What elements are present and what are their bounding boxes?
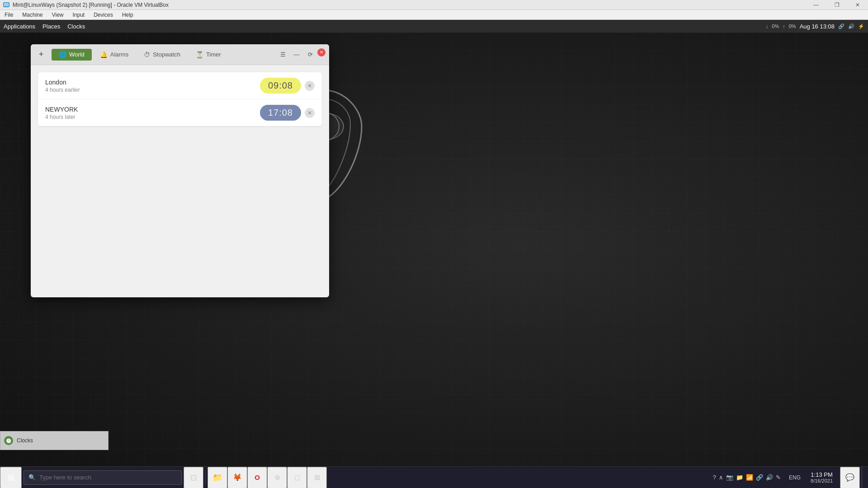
win-taskbar-file-explorer[interactable]: 📁 — [208, 467, 227, 488]
clock-info-london: London 4 hours earlier — [45, 79, 260, 93]
win-taskbar-firefox[interactable]: 🦊 — [227, 467, 247, 488]
vbox-menu-machine[interactable]: Machine — [18, 11, 47, 19]
vbox-menu-help[interactable]: Help — [118, 11, 138, 19]
timer-tab-label: Timer — [206, 51, 221, 58]
world-tab-label: World — [69, 51, 85, 58]
win-wifi-icon[interactable]: 📶 — [746, 474, 753, 481]
win-taskbar-right: ? ∧ 📷 📁 📶 🔗 🔊 ✎ ENG 1:13 PM 8/16/2021 💬 — [709, 467, 868, 488]
clock-item-newyork: NEWYORK 4 hours later 17:08 ✕ — [38, 99, 322, 126]
net-down-value: 0% — [772, 23, 779, 29]
gnome-clocks-menu[interactable]: Clocks — [67, 23, 85, 30]
clock-time-badge-london: 09:08 — [260, 78, 301, 94]
gnome-power-icon: ⚡ — [858, 23, 864, 29]
clocks-tabs: 🌐 World 🔔 Alarms ⏱ Stopwatch ⏳ Timer — [52, 49, 275, 61]
vbox-window-controls: — ❐ ✕ — [806, 0, 868, 10]
win-wifi2-icon[interactable]: 🔗 — [756, 474, 763, 481]
vbox-menu-input[interactable]: Input — [68, 11, 90, 19]
stopwatch-tab-label: Stopwatch — [153, 51, 180, 58]
win-screenshot-icon[interactable]: 📷 — [726, 474, 733, 481]
clock-time-area-london: 09:08 ✕ — [260, 78, 315, 94]
tab-world[interactable]: 🌐 World — [52, 49, 92, 61]
vbox-titlebar: Mint@LinuxWays (Snapshot 2) [Running] - … — [0, 0, 868, 10]
win-search-input[interactable] — [39, 474, 177, 481]
win-start-icon: ⊞ — [8, 473, 14, 483]
headerbar-restore-btn[interactable]: ⟳ — [304, 48, 316, 61]
headerbar-controls: ☰ — ⟳ ✕ — [277, 48, 326, 61]
clock-remove-london[interactable]: ✕ — [305, 81, 315, 91]
clocks-window: + 🌐 World 🔔 Alarms ⏱ Stopwatch ⏳ Timer — [31, 44, 329, 297]
tab-timer[interactable]: ⏳ Timer — [189, 49, 228, 61]
vbox-minimize-btn[interactable]: — — [806, 0, 826, 10]
vbox-title-left: Mint@LinuxWays (Snapshot 2) [Running] - … — [0, 1, 169, 9]
stopwatch-tab-icon: ⏱ — [144, 51, 150, 58]
add-clock-button[interactable]: + — [34, 48, 48, 61]
win-task-view-icon: ⊡ — [190, 473, 197, 483]
app6-icon: ⊠ — [314, 473, 320, 482]
win-help-icon[interactable]: ? — [713, 474, 716, 481]
win-taskbar-opera[interactable]: O — [247, 467, 267, 488]
taskbar-separator — [205, 470, 206, 485]
tab-stopwatch[interactable]: ⏱ Stopwatch — [137, 49, 188, 61]
clock-time-badge-newyork: 17:08 — [260, 105, 301, 121]
gnome-datetime[interactable]: Aug 16 13:08 — [800, 23, 835, 30]
clocks-headerbar: + 🌐 World 🔔 Alarms ⏱ Stopwatch ⏳ Timer — [31, 44, 329, 65]
vbox-menu-file[interactable]: File — [0, 11, 18, 19]
gnome-places[interactable]: Places — [42, 23, 60, 30]
gnome-topbar-left: Applications Places Clocks — [4, 23, 85, 30]
alarms-tab-icon: 🔔 — [100, 51, 108, 58]
win-expand-icon[interactable]: ∧ — [719, 474, 723, 481]
vbox-menu-view[interactable]: View — [47, 11, 68, 19]
vbox-close-btn[interactable]: ✕ — [847, 0, 868, 10]
vbox-app-icon — [3, 1, 10, 9]
vbox-maximize-btn[interactable]: ❐ — [826, 0, 847, 10]
win-pen-icon[interactable]: ✎ — [776, 474, 781, 481]
clock-time-area-newyork: 17:08 ✕ — [260, 105, 315, 121]
gnome-topbar-right: ↓ 0% ↑ 0% Aug 16 13:08 🔗 🔊 ⚡ — [766, 23, 864, 30]
file-explorer-icon: 📁 — [212, 473, 222, 483]
clock-info-newyork: NEWYORK 4 hours later — [45, 106, 260, 120]
svg-rect-2 — [5, 4, 8, 6]
gnome-topbar: Applications Places Clocks ↓ 0% ↑ 0% Aug… — [0, 20, 868, 33]
world-tab-icon: 🌐 — [59, 51, 66, 58]
clocks-close-btn[interactable]: ✕ — [317, 48, 326, 56]
win-clock-time: 1:13 PM — [811, 471, 832, 478]
linux-taskbar: 🕐 Clocks — [0, 431, 108, 450]
win-time-area[interactable]: 1:13 PM 8/16/2021 — [805, 467, 838, 488]
clock-city-newyork: NEWYORK — [45, 106, 260, 113]
win-sys-icons: ? ∧ 📷 📁 📶 🔗 🔊 ✎ — [709, 467, 784, 488]
win-task-view-btn[interactable]: ⊡ — [184, 467, 203, 488]
net-down-icon: ↓ — [766, 23, 769, 29]
win-show-desktop-btn[interactable] — [862, 467, 864, 488]
win-search-area[interactable]: 🔍 — [24, 470, 182, 485]
win-files-icon[interactable]: 📁 — [736, 474, 743, 481]
opera-icon: O — [255, 474, 260, 481]
clock-offset-newyork: 4 hours later — [45, 114, 260, 120]
gnome-network-icon: 🔗 — [838, 23, 844, 29]
win-taskbar-chrome[interactable]: ⊕ — [267, 467, 287, 488]
win-taskbar-virtualbox[interactable]: ◻ — [287, 467, 307, 488]
net-up-value: 0% — [789, 23, 796, 29]
clock-remove-newyork[interactable]: ✕ — [305, 108, 315, 118]
clock-item-london: London 4 hours earlier 09:08 ✕ — [38, 72, 322, 99]
vbox-menubar: File Machine View Input Devices Help — [0, 10, 868, 20]
notification-icon: 💬 — [845, 473, 854, 482]
win-volume-icon[interactable]: 🔊 — [766, 474, 773, 481]
tab-alarms[interactable]: 🔔 Alarms — [93, 49, 136, 61]
clocks-taskbar-label[interactable]: Clocks — [17, 437, 33, 444]
win-search-icon: 🔍 — [28, 474, 36, 481]
world-clocks-list: London 4 hours earlier 09:08 ✕ NEWYORK 4… — [38, 72, 322, 126]
virtualbox-icon: ◻ — [294, 473, 300, 482]
firefox-icon: 🦊 — [233, 473, 242, 482]
net-up-icon: ↑ — [783, 23, 785, 29]
headerbar-minimize-btn[interactable]: — — [290, 48, 303, 61]
gnome-applications[interactable]: Applications — [4, 23, 35, 30]
win-notification-btn[interactable]: 💬 — [840, 467, 860, 488]
vbox-menu-devices[interactable]: Devices — [89, 11, 118, 19]
win-start-button[interactable]: ⊞ — [0, 467, 22, 488]
win-lang-indicator[interactable]: ENG — [786, 474, 803, 481]
win-clock-date: 8/16/2021 — [811, 478, 833, 483]
win-taskbar-app6[interactable]: ⊠ — [307, 467, 327, 488]
clocks-content: London 4 hours earlier 09:08 ✕ NEWYORK 4… — [31, 65, 329, 297]
clock-offset-london: 4 hours earlier — [45, 87, 260, 93]
headerbar-menu-btn[interactable]: ☰ — [277, 48, 289, 61]
